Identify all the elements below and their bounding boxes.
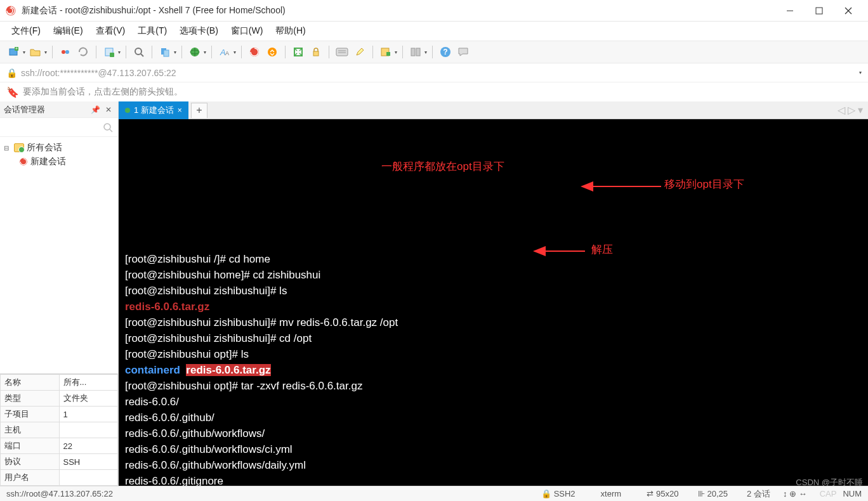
tree-root[interactable]: ⊟ 所有会话 bbox=[4, 141, 114, 155]
svg-rect-29 bbox=[386, 52, 390, 56]
status-term: xterm bbox=[601, 489, 622, 498]
properties-icon[interactable] bbox=[102, 44, 117, 60]
new-tab-button[interactable]: + bbox=[191, 103, 207, 118]
annotation-move: 移动到opt目录下 bbox=[664, 176, 744, 192]
font-icon[interactable]: AA bbox=[217, 44, 232, 60]
session-tree: ⊟ 所有会话 新建会话 bbox=[0, 137, 118, 374]
menu-file[interactable]: 文件(F) bbox=[6, 23, 46, 39]
menu-tab[interactable]: 选项卡(B) bbox=[174, 23, 223, 39]
dropdown-icon[interactable]: ▾ bbox=[174, 49, 176, 55]
xshell-icon[interactable] bbox=[247, 44, 262, 60]
terminal-line: containerd redis-6.0.6.tar.gz bbox=[125, 362, 862, 378]
terminal-line: redis-6.0.6/.github/workflows/daily.yml bbox=[125, 457, 862, 473]
svg-rect-24 bbox=[313, 51, 319, 56]
annotation-extract: 解压 bbox=[591, 242, 613, 257]
help-icon[interactable]: ? bbox=[438, 44, 453, 60]
keyboard-icon[interactable] bbox=[334, 44, 350, 60]
layout-icon[interactable] bbox=[408, 44, 423, 60]
dropdown-icon[interactable]: ▾ bbox=[424, 49, 427, 55]
dropdown-icon[interactable]: ▾ bbox=[233, 49, 236, 55]
chat-icon[interactable] bbox=[456, 44, 471, 60]
script-icon[interactable] bbox=[378, 44, 393, 60]
address-bar[interactable]: 🔒 ssh://root:***********@47.113.207.65:2… bbox=[0, 63, 868, 82]
svg-point-9 bbox=[65, 50, 69, 54]
maximize-button[interactable] bbox=[805, 0, 834, 22]
pin-icon[interactable]: 📌 bbox=[88, 105, 103, 114]
close-icon[interactable]: ✕ bbox=[103, 105, 114, 114]
reconnect-icon[interactable] bbox=[76, 44, 91, 60]
terminal-line: redis-6.0.6.tar.gz bbox=[125, 299, 862, 315]
terminal[interactable]: 一般程序都放在opt目录下 移动到opt目录下 解压 [root@zishibu… bbox=[119, 119, 868, 486]
prop-protocol: 协议SSH bbox=[1, 454, 118, 470]
menu-help[interactable]: 帮助(H) bbox=[270, 23, 310, 39]
svg-point-12 bbox=[135, 48, 141, 55]
svg-text:+: + bbox=[15, 46, 18, 51]
content-area: 1 新建会话 × + ◁ ▷ ▾ 一般程序都放在opt目录下 移动到opt目录下… bbox=[119, 101, 868, 486]
status-links: ↕ ⊕ ↔ bbox=[783, 489, 807, 498]
svg-rect-11 bbox=[110, 53, 114, 57]
terminal-line: redis-6.0.6/.github/ bbox=[125, 410, 862, 426]
window-controls bbox=[775, 0, 863, 22]
search-icon[interactable] bbox=[131, 44, 147, 60]
status-sessions: 2 会话 bbox=[747, 488, 770, 500]
dropdown-icon[interactable]: ▾ bbox=[23, 49, 25, 55]
session-search[interactable] bbox=[0, 118, 118, 137]
window-title: 新建会话 - root@zishibushui:/opt - Xshell 7 … bbox=[22, 5, 775, 16]
prop-name: 名称所有... bbox=[1, 375, 118, 391]
dropdown-icon[interactable]: ▾ bbox=[859, 70, 862, 75]
tab-next-icon[interactable]: ▷ bbox=[848, 104, 855, 116]
session-icon bbox=[19, 157, 28, 166]
menu-window[interactable]: 窗口(W) bbox=[226, 23, 268, 39]
app-icon bbox=[5, 5, 16, 16]
tab-label: 1 新建会话 bbox=[134, 105, 174, 116]
menu-view[interactable]: 查看(V) bbox=[91, 23, 131, 39]
menubar: 文件(F) 编辑(E) 查看(V) 工具(T) 选项卡(B) 窗口(W) 帮助(… bbox=[0, 22, 868, 41]
lock-icon: 🔒 bbox=[6, 68, 17, 78]
close-tab-icon[interactable]: × bbox=[178, 106, 182, 115]
svg-rect-30 bbox=[411, 48, 415, 56]
globe-icon[interactable] bbox=[187, 44, 202, 60]
highlight-icon[interactable] bbox=[352, 44, 367, 60]
collapse-icon[interactable]: ⊟ bbox=[4, 145, 11, 152]
fullscreen-icon[interactable] bbox=[291, 44, 306, 60]
svg-rect-25 bbox=[336, 48, 348, 56]
terminal-line: [root@zishibushui /]# cd home bbox=[125, 251, 862, 267]
hint-bar: 🔖 要添加当前会话，点击左侧的箭头按钮。 bbox=[0, 82, 868, 101]
dropdown-icon[interactable]: ▾ bbox=[204, 49, 206, 55]
terminal-line: [root@zishibushui zishibushui]# ls bbox=[125, 283, 862, 299]
terminal-line: redis-6.0.6/ bbox=[125, 394, 862, 410]
terminal-line: [root@zishibushui opt]# ls bbox=[125, 346, 862, 362]
svg-point-34 bbox=[104, 124, 110, 130]
terminal-line: redis-6.0.6/.github/workflows/ci.yml bbox=[125, 441, 862, 457]
menu-edit[interactable]: 编辑(E) bbox=[48, 23, 88, 39]
address-url: ssh://root:***********@47.113.207.65:22 bbox=[21, 68, 176, 78]
tab-active[interactable]: 1 新建会话 × bbox=[119, 101, 188, 119]
tab-menu-icon[interactable]: ▾ bbox=[858, 104, 863, 116]
prop-port: 端口22 bbox=[1, 438, 118, 454]
dropdown-icon[interactable]: ▾ bbox=[395, 49, 397, 55]
xftp-icon[interactable] bbox=[265, 44, 280, 60]
prop-type: 类型文件夹 bbox=[1, 391, 118, 407]
bookmark-icon[interactable]: 🔖 bbox=[6, 86, 19, 98]
lock-icon[interactable] bbox=[308, 44, 324, 60]
dropdown-icon[interactable]: ▾ bbox=[44, 49, 47, 55]
dropdown-icon[interactable]: ▾ bbox=[118, 49, 121, 55]
status-url: ssh://root@47.113.207.65:22 bbox=[6, 489, 113, 498]
close-button[interactable] bbox=[834, 0, 863, 22]
status-cursor: ⊪ 20,25 bbox=[698, 489, 728, 498]
copy-icon[interactable] bbox=[157, 44, 173, 60]
open-folder-icon[interactable] bbox=[28, 44, 43, 60]
new-session-icon[interactable]: + bbox=[6, 44, 22, 60]
svg-point-21 bbox=[250, 48, 259, 56]
status-num: NUM bbox=[843, 489, 862, 498]
session-manager-title: 会话管理器 bbox=[4, 104, 45, 115]
disconnect-icon[interactable] bbox=[58, 44, 73, 60]
tab-prev-icon[interactable]: ◁ bbox=[838, 104, 845, 116]
search-icon bbox=[103, 122, 113, 133]
minimize-button[interactable] bbox=[775, 0, 805, 22]
tree-session-item[interactable]: 新建会话 bbox=[19, 155, 114, 169]
menu-tools[interactable]: 工具(T) bbox=[133, 23, 172, 39]
svg-line-13 bbox=[141, 54, 143, 56]
tree-root-label: 所有会话 bbox=[27, 142, 62, 153]
prop-host: 主机 bbox=[1, 422, 118, 438]
